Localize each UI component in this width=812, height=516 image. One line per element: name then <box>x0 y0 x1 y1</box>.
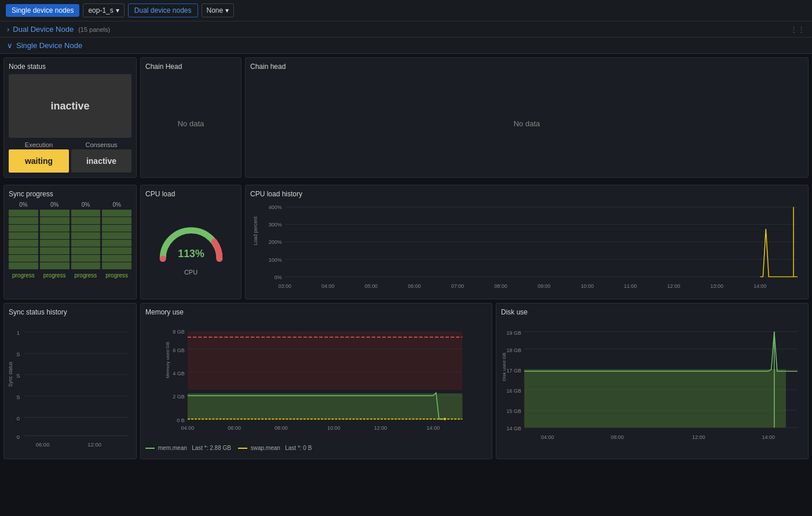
dual-device-node-header[interactable]: › Dual Device Node (15 panels) ⋮⋮ <box>0 21 812 38</box>
disk-use-title: Disk use <box>501 308 803 316</box>
dots-menu-icon[interactable]: ⋮⋮ <box>790 25 805 34</box>
svg-text:05:00: 05:00 <box>365 283 378 289</box>
svg-text:08:00: 08:00 <box>275 425 288 431</box>
none-dropdown[interactable]: None ▾ <box>202 3 235 17</box>
exec-cons-row: Execution waiting Consensus inactive <box>9 141 131 173</box>
svg-text:11:00: 11:00 <box>624 283 637 289</box>
cpu-gauge-label: CPU <box>184 269 197 276</box>
sync-progress-title: Sync progress <box>9 190 131 198</box>
mem-mean-legend: mem.mean Last *: 2.88 GB <box>145 445 231 451</box>
svg-rect-51 <box>188 393 462 419</box>
memory-chart: 8 GB 6 GB 4 GB 2 GB 0 B <box>145 320 487 442</box>
sync-status-chart: 1 S S S 0 0 Sync status 06:00 12:00 <box>9 320 131 454</box>
svg-text:06:00: 06:00 <box>228 425 241 431</box>
svg-text:100%: 100% <box>269 257 282 263</box>
sync-col-4: 0% progress <box>102 202 131 279</box>
svg-text:0%: 0% <box>275 275 282 280</box>
node-status-panel: Node status inactive Execution waiting C… <box>3 57 137 178</box>
consensus-status-box: inactive <box>71 149 131 173</box>
svg-text:03:00: 03:00 <box>278 283 291 289</box>
panels-count: (15 panels) <box>78 26 110 33</box>
svg-text:04:00: 04:00 <box>181 425 195 431</box>
execution-status-box: waiting <box>9 149 69 173</box>
svg-rect-40 <box>188 331 462 390</box>
svg-text:0 B: 0 B <box>177 418 185 423</box>
single-device-node-title: Single Device Node <box>16 41 82 50</box>
sync-col-2-label: 0% <box>40 202 70 208</box>
cpu-load-history-title: CPU load history <box>250 190 803 198</box>
svg-text:S: S <box>16 394 20 400</box>
svg-text:17 GB: 17 GB <box>507 368 522 374</box>
svg-text:Load percent: Load percent <box>253 216 258 245</box>
svg-text:Memory used GB: Memory used GB <box>165 342 170 378</box>
memory-use-title: Memory use <box>145 308 487 316</box>
inactive-text: inactive <box>50 100 89 112</box>
cpu-load-panel: CPU load 113% CPU <box>140 185 242 299</box>
memory-svg: 8 GB 6 GB 4 GB 2 GB 0 B <box>145 320 487 442</box>
cpu-gauge-svg: 113% <box>151 220 232 266</box>
svg-text:12:00: 12:00 <box>374 425 387 431</box>
svg-text:0: 0 <box>17 434 20 440</box>
chain-head-wide-panel: Chain head No data <box>245 57 809 178</box>
svg-rect-74 <box>524 369 786 427</box>
svg-text:113%: 113% <box>178 248 204 259</box>
single-device-node-header[interactable]: ∨ Single Device Node <box>0 38 812 54</box>
svg-text:14:00: 14:00 <box>427 425 440 431</box>
svg-text:200%: 200% <box>269 240 282 246</box>
sync-col-1: 0% progress <box>9 202 38 279</box>
svg-text:14:00: 14:00 <box>762 434 775 440</box>
chevron-down-icon: ▾ <box>116 6 119 14</box>
cpu-load-history-chart: 400% 300% 200% 100% 0% 03:00 04:00 05:00… <box>250 202 803 294</box>
svg-text:16 GB: 16 GB <box>507 388 522 394</box>
svg-text:08:00: 08:00 <box>495 283 508 289</box>
cpu-gauge-container: 113% CPU <box>145 202 236 294</box>
inactive-status-box: inactive <box>9 74 131 138</box>
row1-grid: Node status inactive Execution waiting C… <box>0 54 812 181</box>
chevron-down-icon-none: ▾ <box>225 6 229 14</box>
dual-device-node-title: Dual Device Node <box>13 25 74 34</box>
top-navigation: Single device nodes eop-1_s ▾ Dual devic… <box>0 0 812 21</box>
svg-text:10:00: 10:00 <box>327 425 341 431</box>
svg-text:6 GB: 6 GB <box>173 347 185 353</box>
cpu-load-history-panel: CPU load history 400% 300% 200% 100% 0% … <box>245 185 809 299</box>
svg-text:400%: 400% <box>269 204 282 210</box>
eop1s-dropdown[interactable]: eop-1_s ▾ <box>83 3 124 17</box>
disk-svg: 19 GB 18 GB 17 GB 16 GB 15 GB 14 GB <box>501 320 803 454</box>
execution-col: Execution waiting <box>9 141 69 173</box>
chain-head-wide-no-data: No data <box>250 74 803 173</box>
svg-text:12:00: 12:00 <box>692 434 705 440</box>
svg-text:15 GB: 15 GB <box>507 408 522 414</box>
memory-legend: mem.mean Last *: 2.88 GB swap.mean Last … <box>145 445 487 451</box>
chain-head-wide-title: Chain head <box>250 63 803 71</box>
sync-progress-panel: Sync progress 0% progress 0% <box>3 185 137 299</box>
svg-text:8 GB: 8 GB <box>173 329 185 335</box>
svg-text:2 GB: 2 GB <box>173 394 185 400</box>
svg-text:10:00: 10:00 <box>581 283 594 289</box>
svg-text:1: 1 <box>17 330 20 336</box>
svg-text:S: S <box>16 351 20 357</box>
svg-text:300%: 300% <box>269 222 282 228</box>
consensus-label: Consensus <box>71 141 131 148</box>
node-status-title: Node status <box>9 63 131 71</box>
svg-text:4 GB: 4 GB <box>173 371 185 376</box>
sync-status-history-panel: Sync status history 1 S S S 0 0 Sync sta… <box>3 303 137 459</box>
svg-text:12:00: 12:00 <box>87 441 101 448</box>
disk-use-panel: Disk use 19 GB 18 GB 17 GB 16 GB 15 GB 1… <box>496 303 809 459</box>
svg-text:0: 0 <box>17 415 20 422</box>
dual-device-nodes-button[interactable]: Dual device nodes <box>128 3 198 17</box>
svg-text:Sync status: Sync status <box>9 361 13 387</box>
sync-col-4-label: 0% <box>102 202 131 208</box>
sync-col-3: 0% progress <box>71 202 101 279</box>
svg-text:Disk used GB: Disk used GB <box>502 353 507 381</box>
sync-status-history-title: Sync status history <box>9 308 131 316</box>
svg-text:12:00: 12:00 <box>667 283 681 289</box>
sync-col-2: 0% progress <box>40 202 70 279</box>
sync-status-svg: 1 S S S 0 0 Sync status 06:00 12:00 <box>9 320 131 454</box>
single-device-nodes-button[interactable]: Single device nodes <box>6 4 79 17</box>
svg-point-54 <box>444 418 446 420</box>
cpu-load-title: CPU load <box>145 190 236 198</box>
memory-use-panel: Memory use 8 GB 6 GB 4 GB 2 GB 0 B <box>140 303 492 459</box>
svg-text:06:00: 06:00 <box>408 283 421 289</box>
svg-text:14 GB: 14 GB <box>507 426 522 431</box>
consensus-col: Consensus inactive <box>71 141 131 173</box>
